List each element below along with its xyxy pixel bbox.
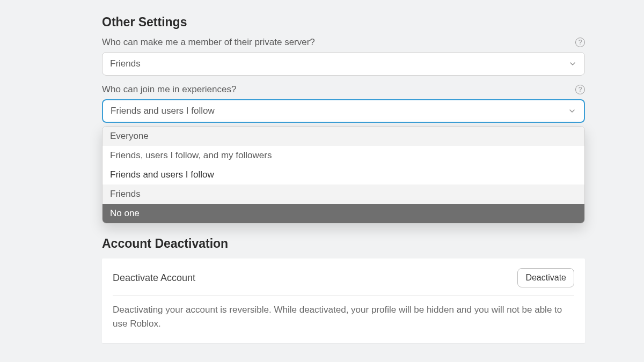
account-deactivation-heading: Account Deactivation <box>102 237 585 251</box>
dropdown-option-friends-and-follow[interactable]: Friends and users I follow <box>103 165 584 184</box>
deactivate-account-title: Deactivate Account <box>113 272 195 284</box>
chevron-down-icon <box>568 60 577 68</box>
join-experiences-value: Friends and users I follow <box>111 106 215 116</box>
join-experiences-select[interactable]: Friends and users I follow <box>102 99 585 123</box>
help-icon[interactable]: ? <box>575 38 585 47</box>
dropdown-option-friends-follow-followers[interactable]: Friends, users I follow, and my follower… <box>103 146 584 165</box>
dropdown-option-friends[interactable]: Friends <box>103 184 584 204</box>
dropdown-option-everyone[interactable]: Everyone <box>103 127 584 146</box>
join-experiences-dropdown[interactable]: Everyone Friends, users I follow, and my… <box>102 126 585 224</box>
deactivate-button[interactable]: Deactivate <box>517 268 574 287</box>
help-icon[interactable]: ? <box>575 85 585 94</box>
chevron-down-icon <box>568 107 576 115</box>
deactivation-description: Deactivating your account is reversible.… <box>113 303 574 330</box>
join-experiences-label: Who can join me in experiences? <box>102 84 236 95</box>
private-server-select[interactable]: Friends <box>102 52 585 76</box>
other-settings-heading: Other Settings <box>102 15 585 29</box>
private-server-label: Who can make me a member of their privat… <box>102 37 315 48</box>
private-server-value: Friends <box>110 58 141 69</box>
deactivation-card: Deactivate Account Deactivate Deactivati… <box>102 258 585 343</box>
join-experiences-field-row: Who can join me in experiences? ? <box>102 84 585 95</box>
dropdown-option-no-one[interactable]: No one <box>103 204 584 223</box>
private-server-field-row: Who can make me a member of their privat… <box>102 37 585 48</box>
